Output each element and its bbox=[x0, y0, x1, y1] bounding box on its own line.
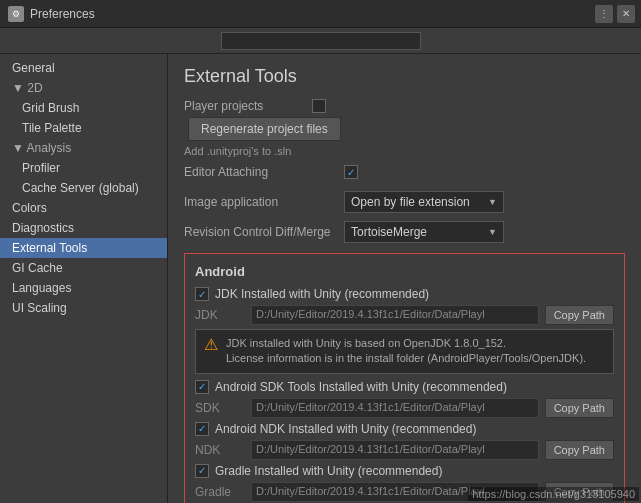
image-application-row: Image application Open by file extension… bbox=[184, 191, 625, 213]
dropdown-arrow: ▼ bbox=[488, 197, 497, 207]
image-application-control: Open by file extension ▼ bbox=[344, 191, 625, 213]
sidebar-item-grid-brush[interactable]: Grid Brush bbox=[0, 98, 167, 118]
sidebar-item-gi-cache[interactable]: GI Cache bbox=[0, 258, 167, 278]
page-title: External Tools bbox=[184, 66, 625, 87]
revision-control-row: Revision Control Diff/Merge TortoiseMerg… bbox=[184, 221, 625, 243]
player-projects-row: Player projects bbox=[184, 99, 625, 113]
gradle-path[interactable]: D:/Unity/Editor/2019.4.13f1c1/Editor/Dat… bbox=[251, 482, 539, 502]
revision-control-label: Revision Control Diff/Merge bbox=[184, 225, 344, 239]
sdk-path-row: SDK D:/Unity/Editor/2019.4.13f1c1/Editor… bbox=[195, 398, 614, 418]
sdk-checkbox[interactable]: ✓ bbox=[195, 380, 209, 394]
gradle-checkbox[interactable]: ✓ bbox=[195, 464, 209, 478]
editor-attaching-label: Editor Attaching bbox=[184, 165, 344, 179]
ndk-path[interactable]: D:/Unity/Editor/2019.4.13f1c1/Editor/Dat… bbox=[251, 440, 539, 460]
sidebar-item-ui-scaling[interactable]: UI Scaling bbox=[0, 298, 167, 318]
sdk-path[interactable]: D:/Unity/Editor/2019.4.13f1c1/Editor/Dat… bbox=[251, 398, 539, 418]
image-application-dropdown[interactable]: Open by file extension ▼ bbox=[344, 191, 504, 213]
preferences-icon: ⚙ bbox=[8, 6, 24, 22]
ndk-path-row: NDK D:/Unity/Editor/2019.4.13f1c1/Editor… bbox=[195, 440, 614, 460]
gradle-copy-button[interactable]: Copy Path bbox=[545, 482, 614, 502]
search-input[interactable] bbox=[221, 32, 421, 50]
warning-icon: ⚠ bbox=[204, 337, 218, 353]
jdk-checkbox[interactable]: ✓ bbox=[195, 287, 209, 301]
sidebar-item-profiler[interactable]: Profiler bbox=[0, 158, 167, 178]
gradle-check-label: Gradle Installed with Unity (recommended… bbox=[215, 464, 442, 478]
jdk-path[interactable]: D:/Unity/Editor/2019.4.13f1c1/Editor/Dat… bbox=[251, 305, 539, 325]
warning-text: JDK installed with Unity is based on Ope… bbox=[226, 336, 586, 367]
jdk-check-label: JDK Installed with Unity (recommended) bbox=[215, 287, 429, 301]
player-projects-checkbox[interactable] bbox=[312, 99, 326, 113]
revision-control-dropdown[interactable]: TortoiseMerge ▼ bbox=[344, 221, 504, 243]
gradle-check-row: ✓ Gradle Installed with Unity (recommend… bbox=[195, 464, 614, 478]
sdk-copy-button[interactable]: Copy Path bbox=[545, 398, 614, 418]
android-section: Android ✓ JDK Installed with Unity (reco… bbox=[184, 253, 625, 503]
sidebar-item-languages[interactable]: Languages bbox=[0, 278, 167, 298]
ndk-label: NDK bbox=[195, 443, 245, 457]
sidebar-item-2d[interactable]: ▼ 2D bbox=[0, 78, 167, 98]
revision-dropdown-arrow: ▼ bbox=[488, 227, 497, 237]
sidebar: General ▼ 2D Grid Brush Tile Palette ▼ A… bbox=[0, 54, 168, 503]
sidebar-item-analysis[interactable]: ▼ Analysis bbox=[0, 138, 167, 158]
add-sln-text: Add .unityproj's to .sln bbox=[184, 145, 625, 157]
ndk-checkbox[interactable]: ✓ bbox=[195, 422, 209, 436]
player-projects-label: Player projects bbox=[184, 99, 304, 113]
revision-control-control: TortoiseMerge ▼ bbox=[344, 221, 625, 243]
menu-btn[interactable]: ⋮ bbox=[595, 5, 613, 23]
jdk-copy-button[interactable]: Copy Path bbox=[545, 305, 614, 325]
title-bar: ⚙ Preferences ⋮ ✕ bbox=[0, 0, 641, 28]
sdk-check-row: ✓ Android SDK Tools Installed with Unity… bbox=[195, 380, 614, 394]
sidebar-item-diagnostics[interactable]: Diagnostics bbox=[0, 218, 167, 238]
sidebar-item-colors[interactable]: Colors bbox=[0, 198, 167, 218]
jdk-warning-box: ⚠ JDK installed with Unity is based on O… bbox=[195, 329, 614, 374]
sidebar-item-tile-palette[interactable]: Tile Palette bbox=[0, 118, 167, 138]
ndk-check-row: ✓ Android NDK Installed with Unity (reco… bbox=[195, 422, 614, 436]
window-controls: ⋮ ✕ bbox=[595, 5, 635, 23]
regenerate-button[interactable]: Regenerate project files bbox=[188, 117, 341, 141]
sdk-label: SDK bbox=[195, 401, 245, 415]
jdk-path-row: JDK D:/Unity/Editor/2019.4.13f1c1/Editor… bbox=[195, 305, 614, 325]
ndk-copy-button[interactable]: Copy Path bbox=[545, 440, 614, 460]
close-btn[interactable]: ✕ bbox=[617, 5, 635, 23]
gradle-path-row: Gradle D:/Unity/Editor/2019.4.13f1c1/Edi… bbox=[195, 482, 614, 502]
sdk-check-label: Android SDK Tools Installed with Unity (… bbox=[215, 380, 507, 394]
sidebar-item-cache-server[interactable]: Cache Server (global) bbox=[0, 178, 167, 198]
ndk-check-label: Android NDK Installed with Unity (recomm… bbox=[215, 422, 476, 436]
sidebar-item-external-tools[interactable]: External Tools bbox=[0, 238, 167, 258]
jdk-check-row: ✓ JDK Installed with Unity (recommended) bbox=[195, 287, 614, 301]
gradle-label: Gradle bbox=[195, 485, 245, 499]
main-layout: General ▼ 2D Grid Brush Tile Palette ▼ A… bbox=[0, 54, 641, 503]
image-application-label: Image application bbox=[184, 195, 344, 209]
android-title: Android bbox=[195, 264, 614, 279]
editor-attaching-row: Editor Attaching ✓ bbox=[184, 161, 625, 183]
jdk-label: JDK bbox=[195, 308, 245, 322]
content-area: External Tools Player projects Regenerat… bbox=[168, 54, 641, 503]
search-bar bbox=[0, 28, 641, 54]
editor-attaching-checkbox[interactable]: ✓ bbox=[344, 165, 358, 179]
sidebar-item-general[interactable]: General bbox=[0, 58, 167, 78]
editor-attaching-control: ✓ bbox=[344, 165, 625, 179]
title-bar-text: Preferences bbox=[30, 7, 95, 21]
